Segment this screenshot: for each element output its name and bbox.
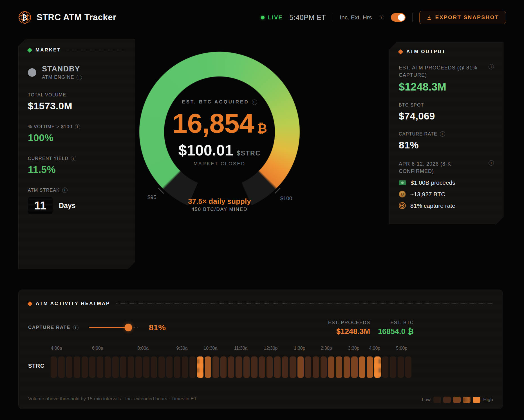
heatmap-cell[interactable] xyxy=(351,356,357,378)
capture-rate-info-icon[interactable] xyxy=(73,325,79,330)
stat-atm-streak: ATM STREAK 11 Days xyxy=(28,188,126,214)
heatmap-cell[interactable] xyxy=(128,356,134,378)
heatmap-note: Volume above threshold by 15-min interva… xyxy=(28,396,197,402)
confirmed-week: APR 6-12, 2026 (8-K CONFIRMED) $1.00B pr… xyxy=(399,160,494,209)
engine-info-icon[interactable] xyxy=(77,75,82,80)
supply-multiple: 37.5× daily supply xyxy=(139,197,300,206)
heatmap-cell[interactable] xyxy=(243,356,250,378)
heatmap-cell[interactable] xyxy=(74,356,80,378)
capture-rate-value: 81% xyxy=(149,323,166,332)
heatmap-cell[interactable] xyxy=(282,356,288,378)
heatmap-cell[interactable] xyxy=(382,356,388,378)
heatmap-cell[interactable] xyxy=(158,356,165,378)
heatmap-cell[interactable] xyxy=(166,356,173,378)
heatmap-cell[interactable] xyxy=(359,356,365,378)
heatmap-cell[interactable] xyxy=(297,356,304,378)
gauge-value: 16,854₿ xyxy=(139,108,300,139)
confirmed-item-text: 81% capture rate xyxy=(410,202,455,209)
heatmap-cell[interactable] xyxy=(251,356,257,378)
heatmap-cell[interactable] xyxy=(313,356,319,378)
market-panel-title: MARKET xyxy=(35,47,61,53)
diamond-icon xyxy=(27,48,32,53)
stat-info-icon[interactable] xyxy=(71,156,76,161)
heatmap-cell[interactable] xyxy=(151,356,157,378)
gauge-info-icon[interactable] xyxy=(252,100,257,105)
time-label: 10:30a xyxy=(203,346,217,351)
heatmap-cell[interactable] xyxy=(398,356,404,378)
export-snapshot-button[interactable]: EXPORT SNAPSHOT xyxy=(419,11,506,24)
heatmap-cell[interactable] xyxy=(336,356,342,378)
est-btc-stat: EST. BTC 16854.0 ₿ xyxy=(378,320,414,336)
capture-info-icon[interactable] xyxy=(440,131,445,137)
capture-value: 81% xyxy=(399,139,494,151)
market-panel-header: MARKET xyxy=(28,47,126,53)
spot-label: BTC SPOT xyxy=(399,103,424,108)
heatmap-cell[interactable] xyxy=(220,356,227,378)
download-icon xyxy=(426,15,432,20)
heatmap-cell[interactable] xyxy=(367,356,373,378)
heatmap-cell[interactable] xyxy=(112,356,118,378)
heatmap-cell[interactable] xyxy=(105,356,111,378)
legend-swatches xyxy=(433,397,480,403)
confirmed-item-text: ~13,927 BTC xyxy=(410,191,445,198)
header-divider xyxy=(333,13,333,22)
proceeds-info-icon[interactable] xyxy=(489,64,494,69)
heatmap-cell[interactable] xyxy=(321,356,327,378)
heatmap-cell[interactable] xyxy=(97,356,103,378)
heatmap-cell[interactable] xyxy=(290,356,296,378)
heatmap-cell[interactable] xyxy=(197,356,203,378)
confirmed-item-text: $1.00B proceeds xyxy=(411,179,455,186)
heatmap-cell[interactable] xyxy=(174,356,180,378)
heatmap-cell[interactable] xyxy=(259,356,265,378)
toggle-knob[interactable] xyxy=(398,14,405,21)
heatmap-row-label: STRC xyxy=(28,363,44,369)
heatmap-cell[interactable] xyxy=(305,356,311,378)
stat-est-proceeds: EST. ATM PROCEEDS (@ 81% CAPTURE) $1248.… xyxy=(399,64,494,93)
atm-engine-status: STANDBY ATM ENGINE xyxy=(28,65,126,80)
ext-hours-info-icon[interactable] xyxy=(379,15,384,20)
output-panel-header: ATM OUTPUT xyxy=(399,49,494,55)
time-label: 5:00p xyxy=(396,346,407,351)
stat-info-icon[interactable] xyxy=(62,188,68,193)
legend-swatch xyxy=(433,397,441,403)
engine-label: ATM ENGINE xyxy=(42,74,74,80)
stat-current-yield: CURRENT YIELD 11.5% xyxy=(28,156,126,175)
heatmap-cell[interactable] xyxy=(120,356,126,378)
heatmap-cell[interactable] xyxy=(374,356,380,378)
stat-total-volume: TOTAL VOLUME $1573.0M xyxy=(28,92,126,112)
heatmap-cell[interactable] xyxy=(390,356,396,378)
ext-hours-toggle[interactable] xyxy=(391,13,406,22)
heatmap-cell[interactable] xyxy=(51,356,57,378)
btc-gauge: $95 $100 EST. BTC ACQUIRED 16,854₿ $100.… xyxy=(139,51,300,220)
heatmap-cell[interactable] xyxy=(228,356,234,378)
heatmap-cell[interactable] xyxy=(205,356,211,378)
heatmap-cell[interactable] xyxy=(236,356,242,378)
heatmap-cell[interactable] xyxy=(405,356,411,378)
heatmap-cell[interactable] xyxy=(135,356,142,378)
heatmap-cell[interactable] xyxy=(189,356,196,378)
heatmap-cell[interactable] xyxy=(143,356,149,378)
heatmap-cell[interactable] xyxy=(274,356,280,378)
capture-rate-control: CAPTURE RATE 81% xyxy=(28,323,166,332)
confirmed-info-icon[interactable] xyxy=(489,160,494,166)
heatmap-cell[interactable] xyxy=(89,356,95,378)
capture-slider-knob[interactable] xyxy=(125,324,132,331)
time-label: 11:30a xyxy=(234,346,248,351)
heatmap-cell[interactable] xyxy=(267,356,273,378)
stat-info-icon[interactable] xyxy=(75,124,80,129)
capture-slider[interactable] xyxy=(89,323,138,332)
header-controls: LIVE 5:40PM ET Inc. Ext. Hrs EXPORT SNAP… xyxy=(261,11,506,24)
heatmap-cell[interactable] xyxy=(328,356,334,378)
heatmap-cell[interactable] xyxy=(344,356,350,378)
proceeds-label: EST. ATM PROCEEDS (@ 81% CAPTURE) xyxy=(399,64,485,79)
confirmed-list: $1.00B proceeds ₿ ~13,927 BTC 81% captur… xyxy=(399,179,494,209)
capture-rate-label: CAPTURE RATE xyxy=(28,325,70,330)
stat-volume-above-100: % VOLUME > $100 100% xyxy=(28,124,126,143)
live-label: LIVE xyxy=(268,14,283,21)
heatmap-cell[interactable] xyxy=(58,356,64,378)
clock: 5:40PM ET xyxy=(290,13,326,22)
heatmap-cell[interactable] xyxy=(182,356,188,378)
heatmap-cell[interactable] xyxy=(212,356,219,378)
heatmap-cell[interactable] xyxy=(82,356,88,378)
heatmap-cell[interactable] xyxy=(66,356,72,378)
